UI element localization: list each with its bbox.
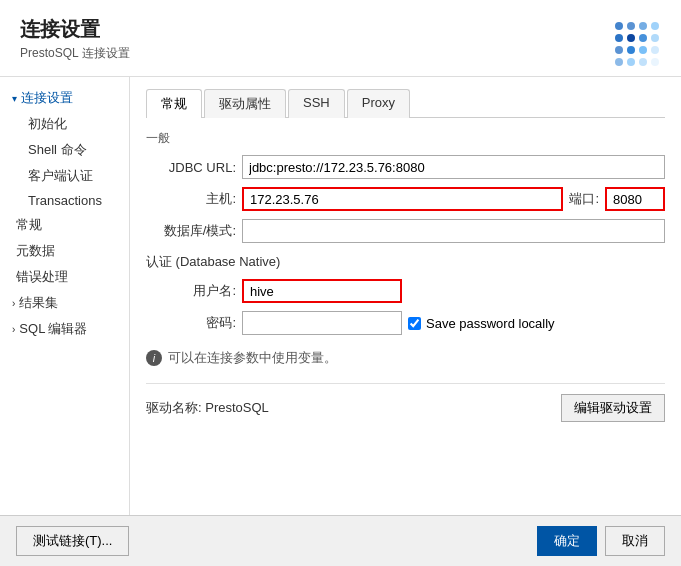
tab-driver-props[interactable]: 驱动属性 [204, 89, 286, 118]
tab-ssh[interactable]: SSH [288, 89, 345, 118]
sidebar-item-label: 错误处理 [16, 269, 68, 284]
sidebar-item-result-set[interactable]: › 结果集 [0, 290, 129, 316]
svg-point-6 [639, 34, 647, 42]
password-input[interactable] [242, 311, 402, 335]
sidebar-item-label: 客户端认证 [28, 168, 93, 183]
edit-driver-button[interactable]: 编辑驱动设置 [561, 394, 665, 422]
sidebar-item-client-auth[interactable]: 客户端认证 [0, 163, 129, 189]
sidebar-item-label: Shell 命令 [28, 142, 87, 157]
svg-point-7 [651, 34, 659, 42]
title-bar: 连接设置 PrestoSQL 连接设置 [0, 0, 681, 77]
sidebar-item-sql-editor[interactable]: › SQL 编辑器 [0, 316, 129, 342]
username-row: 用户名: [146, 279, 665, 303]
host-port-row: 主机: 端口: [146, 187, 665, 211]
test-connection-button[interactable]: 测试链接(T)... [16, 526, 129, 556]
sidebar-item-label: 元数据 [16, 243, 55, 258]
sidebar-item-shell-cmd[interactable]: Shell 命令 [0, 137, 129, 163]
svg-point-3 [651, 22, 659, 30]
title-area: 连接设置 PrestoSQL 连接设置 [20, 16, 130, 62]
svg-point-10 [639, 46, 647, 54]
general-section-label: 一般 [146, 130, 665, 147]
tab-general[interactable]: 常规 [146, 89, 202, 118]
sidebar-item-error-handling[interactable]: 错误处理 [0, 264, 129, 290]
svg-point-15 [651, 58, 659, 66]
jdbc-url-label: JDBC URL: [146, 160, 236, 175]
svg-point-12 [615, 58, 623, 66]
chevron-down-icon: ▾ [12, 93, 17, 104]
port-label: 端口: [569, 190, 599, 208]
window-subtitle: PrestoSQL 连接设置 [20, 45, 130, 62]
sidebar-item-label: 初始化 [28, 116, 67, 131]
db-row: 数据库/模式: [146, 219, 665, 243]
svg-point-4 [615, 34, 623, 42]
jdbc-url-row: JDBC URL: [146, 155, 665, 179]
info-text: 可以在连接参数中使用变量。 [168, 349, 337, 367]
sidebar-item-connection-settings[interactable]: ▾ 连接设置 [0, 85, 129, 111]
tab-bar: 常规 驱动属性 SSH Proxy [146, 89, 665, 118]
svg-point-5 [627, 34, 635, 42]
driver-name-value: PrestoSQL [205, 400, 269, 415]
sidebar-item-label: Transactions [28, 193, 102, 208]
auth-section: 认证 (Database Native) 用户名: 密码: Save passw… [146, 253, 665, 335]
footer-left: 测试链接(T)... [16, 526, 129, 556]
db-label: 数据库/模式: [146, 222, 236, 240]
sidebar-item-metadata[interactable]: 元数据 [0, 238, 129, 264]
ok-button[interactable]: 确定 [537, 526, 597, 556]
footer-right: 确定 取消 [537, 526, 665, 556]
driver-name-label: 驱动名称: PrestoSQL [146, 399, 269, 417]
chevron-right-icon: › [12, 298, 15, 309]
svg-point-8 [615, 46, 623, 54]
host-input[interactable] [242, 187, 563, 211]
jdbc-url-input[interactable] [242, 155, 665, 179]
password-label: 密码: [146, 314, 236, 332]
save-password-label[interactable]: Save password locally [426, 316, 555, 331]
auth-section-label: 认证 (Database Native) [146, 253, 665, 271]
chevron-right-icon: › [12, 324, 15, 335]
sidebar-item-label: 连接设置 [21, 89, 73, 107]
main-content: ▾ 连接设置 初始化 Shell 命令 客户端认证 Transactions 常… [0, 77, 681, 515]
driver-row: 驱动名称: PrestoSQL 编辑驱动设置 [146, 383, 665, 422]
svg-point-14 [639, 58, 647, 66]
footer: 测试链接(T)... 确定 取消 [0, 515, 681, 566]
username-label: 用户名: [146, 282, 236, 300]
svg-point-9 [627, 46, 635, 54]
window-title: 连接设置 [20, 16, 130, 43]
sidebar-item-transactions[interactable]: Transactions [0, 189, 129, 212]
password-row: 密码: Save password locally [146, 311, 665, 335]
port-input[interactable] [605, 187, 665, 211]
sidebar: ▾ 连接设置 初始化 Shell 命令 客户端认证 Transactions 常… [0, 77, 130, 515]
app-logo [609, 16, 661, 68]
host-label: 主机: [146, 190, 236, 208]
sidebar-item-label: SQL 编辑器 [19, 320, 87, 338]
sidebar-item-general[interactable]: 常规 [0, 212, 129, 238]
db-input[interactable] [242, 219, 665, 243]
sidebar-item-init[interactable]: 初始化 [0, 111, 129, 137]
svg-point-1 [627, 22, 635, 30]
svg-point-11 [651, 46, 659, 54]
svg-point-13 [627, 58, 635, 66]
sidebar-item-label: 结果集 [19, 294, 58, 312]
cancel-button[interactable]: 取消 [605, 526, 665, 556]
info-row: i 可以在连接参数中使用变量。 [146, 349, 665, 367]
username-input[interactable] [242, 279, 402, 303]
tab-proxy[interactable]: Proxy [347, 89, 410, 118]
info-icon: i [146, 350, 162, 366]
save-password-row: Save password locally [408, 316, 555, 331]
right-panel: 常规 驱动属性 SSH Proxy 一般 JDBC URL: 主机: 端口: [130, 77, 681, 515]
sidebar-item-label: 常规 [16, 217, 42, 232]
svg-point-0 [615, 22, 623, 30]
svg-point-2 [639, 22, 647, 30]
save-password-checkbox[interactable] [408, 317, 421, 330]
